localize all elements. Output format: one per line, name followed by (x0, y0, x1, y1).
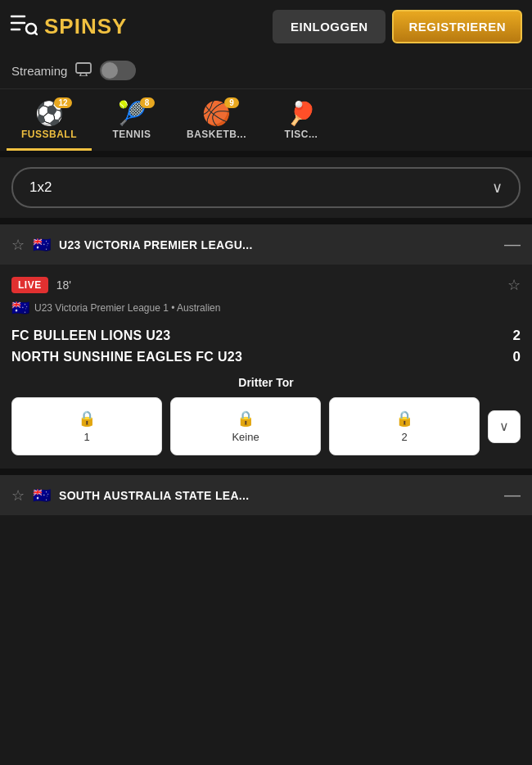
team-row-1: FC BULLEEN LIONS U23 2 (11, 325, 521, 346)
expand-chevron-icon: ∨ (499, 419, 509, 434)
basketball-badge: 9 (224, 97, 239, 108)
menu-search-icon[interactable] (10, 12, 38, 40)
match-time: 18' (56, 278, 71, 292)
league-flag-icon: 🇦🇺 (33, 236, 51, 254)
fussball-icon-wrapper: ⚽ 12 (35, 102, 64, 125)
league-collapse-icon-2[interactable]: — (504, 486, 521, 505)
team2-score: 0 (513, 349, 521, 365)
tisch-label: TISC... (285, 129, 318, 140)
basketball-icon-wrapper: 🏀 9 (202, 102, 231, 125)
bet-label: Dritter Tor (11, 376, 521, 389)
tab-tisch[interactable]: 🏓 TISC... (264, 96, 338, 151)
tennis-badge: 8 (140, 97, 155, 108)
monitor-icon (75, 62, 92, 79)
team1-score: 2 (513, 328, 521, 344)
live-badge: LIVE (11, 277, 48, 293)
match-status-row: LIVE 18' (11, 277, 71, 293)
basketball-label: BASKETB... (187, 129, 246, 140)
match-league-text: U23 Victoria Premier League 1 • Australi… (34, 302, 220, 314)
match-star-icon[interactable]: ☆ (507, 276, 521, 294)
match-league-row: 🇦🇺 U23 Victoria Premier League 1 • Austr… (11, 299, 521, 317)
tab-fussball[interactable]: ⚽ 12 FUSSBALL (7, 96, 92, 151)
bet-type-dropdown[interactable]: 1x2 ∨ (11, 167, 521, 208)
divider-1 (0, 151, 532, 157)
fussball-badge: 12 (54, 97, 71, 108)
bet-button-1[interactable]: 🔒 1 (11, 397, 162, 455)
lock-icon-keine: 🔒 (237, 410, 255, 428)
streaming-toggle[interactable] (100, 61, 136, 80)
tab-basketball[interactable]: 🏀 9 BASKETB... (172, 96, 261, 151)
team-row-2: NORTH SUNSHINE EAGLES FC U23 0 (11, 346, 521, 368)
match-top-row: LIVE 18' ☆ (11, 276, 521, 294)
league-name-u23-victoria: U23 VICTORIA PREMIER LEAGU... (59, 238, 496, 251)
match-teams: FC BULLEEN LIONS U23 2 NORTH SUNSHINE EA… (11, 325, 521, 368)
league-name-south-australia: SOUTH AUSTRALIA STATE LEA... (59, 489, 496, 502)
svg-rect-5 (76, 63, 91, 73)
tab-tennis[interactable]: 🎾 8 TENNIS (95, 96, 169, 151)
dropdown-value: 1x2 (29, 179, 52, 196)
match-flag-icon: 🇦🇺 (11, 299, 29, 317)
header-left: SPINSY (10, 12, 264, 40)
lock-icon-1: 🔒 (78, 410, 96, 428)
tennis-label: TENNIS (112, 129, 151, 140)
league-header-south-australia: ☆ 🇦🇺 SOUTH AUSTRALIA STATE LEA... — (0, 475, 532, 515)
sports-tabs: ⚽ 12 FUSSBALL 🎾 8 TENNIS 🏀 9 BASKETB... … (0, 89, 532, 151)
bet-buttons-row: 🔒 1 🔒 Keine 🔒 2 ∨ (11, 397, 521, 455)
bet-label-2: 2 (401, 431, 407, 443)
streaming-bar: Streaming (0, 52, 532, 89)
bet-label-1: 1 (83, 431, 89, 443)
divider-3 (0, 469, 532, 475)
dropdown-container: 1x2 ∨ (0, 157, 532, 218)
svg-line-4 (35, 33, 38, 36)
team2-name: NORTH SUNSHINE EAGLES FC U23 (11, 350, 242, 364)
match-card-bulleen: LIVE 18' ☆ 🇦🇺 U23 Victoria Premier Leagu… (0, 265, 532, 469)
fussball-label: FUSSBALL (21, 129, 77, 140)
logo: SPINSY (44, 14, 127, 39)
league-header-u23-victoria: ☆ 🇦🇺 U23 VICTORIA PREMIER LEAGU... — (0, 224, 532, 265)
team1-name: FC BULLEEN LIONS U23 (11, 328, 170, 343)
header: SPINSY EINLOGGEN REGISTRIEREN (0, 0, 532, 52)
league-collapse-icon[interactable]: — (504, 235, 521, 254)
header-buttons: EINLOGGEN REGISTRIEREN (273, 10, 522, 43)
streaming-label: Streaming (11, 64, 67, 78)
bet-button-2[interactable]: 🔒 2 (329, 397, 480, 455)
league-star-icon-2[interactable]: ☆ (11, 487, 25, 505)
expand-button[interactable]: ∨ (488, 410, 521, 443)
login-button[interactable]: EINLOGGEN (273, 10, 386, 43)
chevron-down-icon: ∨ (492, 179, 503, 197)
register-button[interactable]: REGISTRIEREN (392, 10, 522, 43)
league-star-icon[interactable]: ☆ (11, 236, 25, 254)
bet-label-keine: Keine (232, 431, 259, 443)
lock-icon-2: 🔒 (395, 410, 413, 428)
tisch-icon-wrapper: 🏓 (287, 102, 316, 125)
bet-button-keine[interactable]: 🔒 Keine (170, 397, 321, 455)
divider-2 (0, 218, 532, 224)
tisch-icon: 🏓 (287, 101, 316, 126)
league-flag-icon-2: 🇦🇺 (33, 487, 51, 505)
tennis-icon-wrapper: 🎾 8 (118, 102, 147, 125)
